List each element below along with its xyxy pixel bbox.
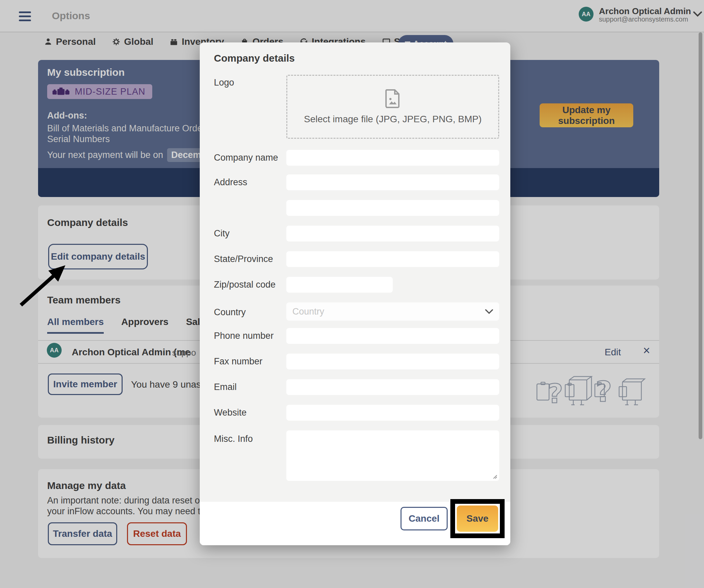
chevron-down-icon <box>485 309 493 314</box>
phone-number-input[interactable] <box>286 328 499 344</box>
address-line1-input[interactable] <box>286 174 499 190</box>
field-label: Country <box>214 307 246 318</box>
options-screen: Options AA Archon Optical Admin support@… <box>0 0 704 588</box>
resize-grip-icon[interactable] <box>492 474 498 479</box>
field-label: Zip/postal code <box>214 280 276 290</box>
misc-info-textarea[interactable] <box>286 430 499 481</box>
zip-postal-code-input[interactable] <box>286 277 393 293</box>
field-label: Fax number <box>214 356 262 367</box>
city-input[interactable] <box>286 226 499 241</box>
website-input[interactable] <box>286 405 499 421</box>
field-label: State/Province <box>214 254 273 264</box>
annotation-arrow <box>13 262 72 311</box>
country-placeholder: Country <box>292 306 324 317</box>
dropzone-text: Select image file (JPG, JPEG, PNG, BMP) <box>304 114 481 125</box>
fax-number-input[interactable] <box>286 354 499 369</box>
field-label: City <box>214 228 230 239</box>
field-label: Misc. Info <box>214 434 253 444</box>
company-details-modal: Company details Logo Select image file (… <box>200 42 510 545</box>
field-label: Address <box>214 177 247 188</box>
modal-title: Company details <box>214 53 295 64</box>
email-input[interactable] <box>286 379 499 395</box>
field-label: Website <box>214 407 247 418</box>
image-file-icon <box>385 89 401 108</box>
country-select[interactable]: Country <box>286 302 499 321</box>
state-province-input[interactable] <box>286 251 499 267</box>
field-label: Email <box>214 382 237 392</box>
save-button[interactable]: Save <box>457 505 498 532</box>
field-label: Phone number <box>214 331 274 341</box>
address-line2-input[interactable] <box>286 200 499 216</box>
cancel-button[interactable]: Cancel <box>401 507 448 530</box>
annotation-highlight-box: Save <box>450 499 505 538</box>
field-label: Company name <box>214 153 278 163</box>
field-label: Logo <box>214 77 234 88</box>
company-name-input[interactable] <box>286 150 499 166</box>
logo-dropzone[interactable]: Select image file (JPG, JPEG, PNG, BMP) <box>286 75 499 139</box>
